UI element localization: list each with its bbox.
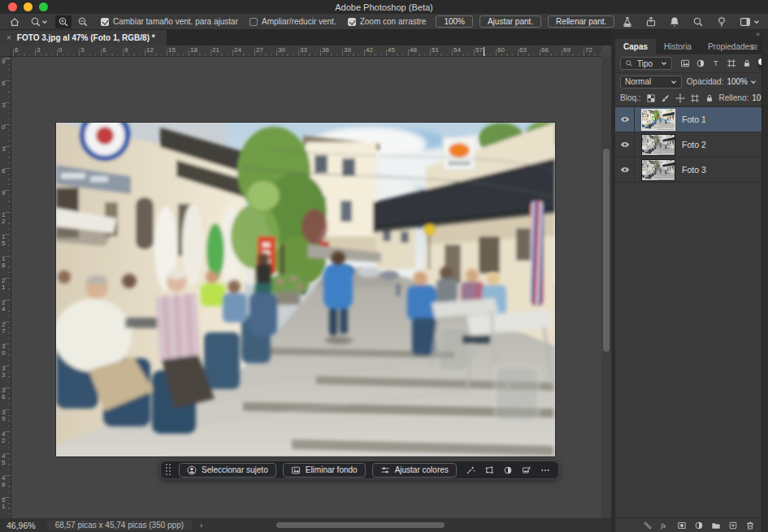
fill-screen-button[interactable]: Rellenar pant. [548,15,614,28]
document-tab[interactable]: × FOTO 3.jpg al 47% (Foto 1, RGB/8) * [0,30,167,45]
link-layers-icon[interactable] [643,521,653,530]
panel-menu-icon[interactable] [750,43,758,51]
zoom-option-checkbox[interactable]: Cambiar tamaño vent. para ajustar [101,17,238,26]
layer-name[interactable]: Foto 3 [682,165,706,175]
filter-adjustment-layers-icon[interactable] [696,58,705,68]
filter-smart-objects-icon[interactable] [742,58,752,68]
layer-name[interactable]: Foto 1 [682,115,706,124]
wand-icon[interactable] [466,465,475,475]
horizontal-scrollbar-thumb[interactable] [276,522,445,528]
status-chevron-icon[interactable]: › [200,521,202,530]
blend-mode-dropdown[interactable]: Normal [620,76,682,89]
collapse-panels-control[interactable]: » [611,30,768,39]
lock-position-icon[interactable] [675,93,685,103]
ruler-tick-label: 21 [212,46,219,54]
filter-pixel-layers-icon[interactable] [680,58,690,68]
layer-row[interactable]: Foto 1 [615,107,761,132]
status-zoom-level[interactable]: 46,96% [7,521,36,530]
home-button[interactable] [7,15,23,28]
share-icon[interactable] [645,16,657,28]
taskbar-button[interactable]: Eliminar fondo [283,463,366,478]
vertical-ruler[interactable]: 96303691 21 51 82 12 42 73 03 33 63 94 2… [0,57,11,518]
zoom-percentage-field[interactable]: 100% [436,15,473,28]
beta-flask-icon[interactable] [622,16,633,28]
lock-all-icon[interactable] [705,93,714,103]
dots3-icon[interactable] [540,465,550,475]
ruler-cursor-indicator [484,47,484,56]
panel-tab-historia[interactable]: Historia [656,39,700,54]
zoom-in-button[interactable] [55,15,72,28]
zoom-out-button[interactable] [75,15,91,28]
new-layer-icon[interactable] [728,521,738,530]
zoom-option-checkbox[interactable]: Zoom con arrastre [348,17,427,26]
layer-visibility-toggle[interactable] [615,158,635,182]
new-group-icon[interactable] [711,521,721,530]
genimage-icon[interactable] [522,465,532,475]
panel-tab-bar: CapasHistoriaPropiedades [615,39,761,54]
layer-thumbnail[interactable] [641,159,675,181]
layer-visibility-toggle[interactable] [615,132,635,157]
ruler-tick-label: 2 4 [2,300,5,313]
ruler-origin-box[interactable] [0,45,11,57]
layer-thumbnail[interactable] [641,134,675,156]
fit-screen-button[interactable]: Ajustar pant. [479,15,541,28]
delete-layer-icon[interactable] [745,521,755,530]
search-icon[interactable] [692,16,704,28]
layer-row[interactable]: Foto 2 [615,132,761,158]
ruler-tick-label: 4 8 [2,475,5,488]
new-adjustment-layer-icon[interactable] [694,521,704,530]
panel-tab-capas[interactable]: Capas [615,39,656,54]
taskbar-button[interactable]: Seleccionar sujeto [179,463,276,478]
zoom-option-checkbox[interactable]: Ampliar/reducir vent. [249,17,336,26]
filter-search-icon [625,59,633,67]
lock-artboard-icon[interactable] [690,93,700,103]
photoshop-window: Adobe Photoshop (Beta) Cambiar tamaño ve… [0,0,768,532]
eye-icon [620,115,630,124]
open-document-image[interactable] [56,123,555,456]
opacity-value[interactable]: 100% [727,77,757,86]
ruler-tick-label: 60 [497,46,505,54]
zoom-tool-icon [30,16,41,28]
status-document-dimensions[interactable]: 68,57 picas x 45,74 picas (350 ppp) [47,520,192,530]
zoom-tool-preset[interactable] [26,15,52,28]
ruler-tick-label: 4 2 [2,431,5,444]
panel-dock: » CapasHistoriaPropiedades Tipo T [611,30,768,532]
filter-type-layers-icon[interactable]: T [711,58,721,68]
vertical-scrollbar[interactable] [601,57,611,518]
layer-name[interactable]: Foto 2 [682,140,706,149]
opacity-label: Opacidad: [687,77,724,86]
ruler-tick-label: 39 [344,46,351,54]
ruler-tick-label: 3 [2,146,5,153]
notifications-icon[interactable] [669,16,680,28]
layer-style-fx-icon[interactable]: fx [660,521,670,530]
checkbox-icon[interactable] [101,18,109,26]
filter-shape-layers-icon[interactable] [727,58,736,68]
checkbox-icon[interactable] [348,18,356,26]
canvas[interactable]: Seleccionar sujeto Eliminar fondo Ajusta… [11,57,601,518]
taskbar-button[interactable]: Ajustar colores [372,463,457,478]
close-tab-icon[interactable]: × [7,34,11,42]
discover-icon[interactable] [716,16,727,28]
halfcircle-icon[interactable] [503,465,513,475]
taskbar-grip-handle[interactable] [166,464,171,476]
window-title: Adobe Photoshop (Beta) [0,2,768,12]
ruler-tick-label: 54 [453,46,461,54]
workspace-switcher[interactable] [740,16,760,28]
vertical-scrollbar-thumb[interactable] [603,149,610,352]
dock-edge-strip [761,30,768,532]
lock-label: Bloq.: [620,93,641,102]
layer-visibility-toggle[interactable] [615,107,635,132]
add-layer-mask-icon[interactable] [677,521,687,530]
lock-transparency-icon[interactable] [646,93,656,103]
ruler-tick-label: 57 [475,46,483,54]
layer-thumbnail[interactable] [641,109,675,131]
ruler-tick-label: 18 [190,46,197,54]
layer-row[interactable]: Foto 3 [615,158,761,183]
transform-icon[interactable] [484,465,494,475]
checkbox-icon[interactable] [249,18,258,26]
layer-filter-type-dropdown[interactable]: Tipo [620,57,672,70]
taskbar-button-label: Ajustar colores [395,465,449,474]
lock-pixels-icon[interactable] [661,93,670,103]
layer-filter-row: Tipo T [615,54,761,73]
horizontal-ruler[interactable]: 6303691215182124273033363942454851545760… [11,45,601,57]
